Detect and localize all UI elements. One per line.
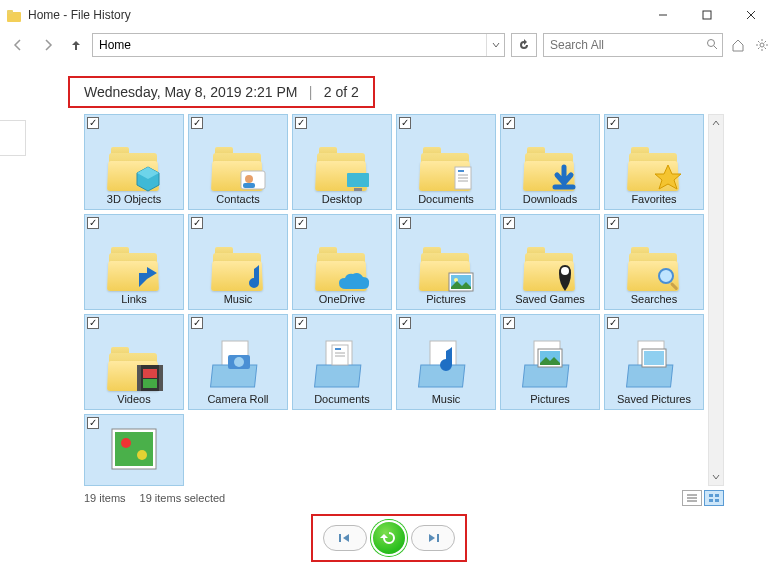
restore-button[interactable] bbox=[371, 520, 407, 556]
svg-point-25 bbox=[561, 267, 569, 275]
folder-item[interactable]: Music bbox=[188, 214, 288, 310]
svg-rect-64 bbox=[339, 534, 341, 542]
address-dropdown[interactable] bbox=[486, 34, 504, 56]
item-checkbox[interactable] bbox=[295, 317, 307, 329]
snapshot-position: 2 of 2 bbox=[324, 84, 359, 100]
item-label: Saved Games bbox=[515, 293, 585, 307]
previous-version-button[interactable] bbox=[323, 525, 367, 551]
item-label: Pictures bbox=[530, 393, 570, 407]
minimize-button[interactable] bbox=[641, 1, 685, 29]
picture-thumb-icon bbox=[102, 423, 166, 475]
item-checkbox[interactable] bbox=[87, 317, 99, 329]
item-checkbox[interactable] bbox=[399, 217, 411, 229]
view-details-button[interactable] bbox=[682, 490, 702, 506]
item-label: Videos bbox=[117, 393, 150, 407]
folder-3dobjects-icon bbox=[102, 127, 166, 191]
item-label: Documents bbox=[314, 393, 370, 407]
svg-rect-40 bbox=[335, 348, 341, 350]
svg-rect-54 bbox=[115, 432, 153, 466]
folder-desktop-icon bbox=[310, 127, 374, 191]
item-label: Favorites bbox=[631, 193, 676, 207]
item-label: Contacts bbox=[216, 193, 259, 207]
home-icon[interactable] bbox=[729, 36, 747, 54]
forward-button[interactable] bbox=[36, 33, 60, 57]
item-checkbox[interactable] bbox=[191, 217, 203, 229]
scroll-up-button[interactable] bbox=[709, 115, 723, 131]
item-checkbox[interactable] bbox=[607, 217, 619, 229]
item-checkbox[interactable] bbox=[295, 117, 307, 129]
folder-item[interactable]: Links bbox=[84, 214, 184, 310]
up-button[interactable] bbox=[66, 33, 86, 57]
address-bar[interactable] bbox=[92, 33, 505, 57]
item-count: 19 items bbox=[84, 492, 126, 504]
folder-item[interactable]: Music bbox=[396, 314, 496, 410]
svg-point-36 bbox=[234, 357, 244, 367]
items-grid: 3D Objects Contacts Desktop Documents Do… bbox=[84, 114, 706, 486]
close-button[interactable] bbox=[729, 1, 773, 29]
svg-rect-30 bbox=[159, 365, 163, 391]
folder-item[interactable]: Favorites bbox=[604, 114, 704, 210]
folder-item[interactable] bbox=[84, 414, 184, 486]
folder-item[interactable]: Camera Roll bbox=[188, 314, 288, 410]
folder-item[interactable]: Pictures bbox=[396, 214, 496, 310]
library-savedpictures-icon bbox=[622, 327, 686, 391]
next-version-button[interactable] bbox=[411, 525, 455, 551]
library-music-icon bbox=[414, 327, 478, 391]
svg-line-7 bbox=[714, 46, 717, 49]
folder-item[interactable]: OneDrive bbox=[292, 214, 392, 310]
folder-item[interactable]: Searches bbox=[604, 214, 704, 310]
svg-point-55 bbox=[121, 438, 131, 448]
address-input[interactable] bbox=[93, 34, 486, 56]
folder-item[interactable]: Downloads bbox=[500, 114, 600, 210]
item-checkbox[interactable] bbox=[87, 217, 99, 229]
item-checkbox[interactable] bbox=[503, 117, 515, 129]
svg-rect-32 bbox=[143, 379, 157, 388]
scrollbar[interactable] bbox=[708, 114, 724, 486]
folder-item[interactable]: Contacts bbox=[188, 114, 288, 210]
folder-item[interactable]: Pictures bbox=[500, 314, 600, 410]
folder-item[interactable]: Saved Pictures bbox=[604, 314, 704, 410]
folder-contacts-icon bbox=[206, 127, 270, 191]
item-label: Music bbox=[432, 393, 461, 407]
item-label: Camera Roll bbox=[207, 393, 268, 407]
search-input[interactable] bbox=[548, 37, 706, 53]
item-checkbox[interactable] bbox=[295, 217, 307, 229]
item-checkbox[interactable] bbox=[399, 317, 411, 329]
svg-rect-50 bbox=[627, 365, 673, 387]
item-label: Links bbox=[121, 293, 147, 307]
svg-point-6 bbox=[708, 39, 715, 46]
svg-rect-14 bbox=[347, 173, 369, 187]
item-checkbox[interactable] bbox=[607, 117, 619, 129]
item-label: Desktop bbox=[322, 193, 362, 207]
item-checkbox[interactable] bbox=[87, 117, 99, 129]
item-checkbox[interactable] bbox=[87, 417, 99, 429]
folder-item[interactable]: Videos bbox=[84, 314, 184, 410]
svg-rect-65 bbox=[437, 534, 439, 542]
folder-item[interactable]: Desktop bbox=[292, 114, 392, 210]
back-button[interactable] bbox=[6, 33, 30, 57]
svg-rect-38 bbox=[315, 365, 361, 387]
settings-icon[interactable] bbox=[753, 36, 771, 54]
scroll-down-button[interactable] bbox=[709, 469, 723, 485]
folder-item[interactable]: Documents bbox=[396, 114, 496, 210]
folder-music-icon bbox=[206, 227, 270, 291]
folder-item[interactable]: 3D Objects bbox=[84, 114, 184, 210]
folder-item[interactable]: Documents bbox=[292, 314, 392, 410]
item-checkbox[interactable] bbox=[191, 117, 203, 129]
library-documents-icon bbox=[310, 327, 374, 391]
refresh-button[interactable] bbox=[511, 33, 537, 57]
folder-documents-icon bbox=[414, 127, 478, 191]
navigation-bar bbox=[0, 30, 777, 60]
item-checkbox[interactable] bbox=[191, 317, 203, 329]
search-box[interactable] bbox=[543, 33, 723, 57]
maximize-button[interactable] bbox=[685, 1, 729, 29]
folder-links-icon bbox=[102, 227, 166, 291]
folder-item[interactable]: Saved Games bbox=[500, 214, 600, 310]
item-checkbox[interactable] bbox=[607, 317, 619, 329]
item-checkbox[interactable] bbox=[503, 317, 515, 329]
svg-rect-60 bbox=[709, 494, 713, 497]
item-checkbox[interactable] bbox=[503, 217, 515, 229]
view-large-icons-button[interactable] bbox=[704, 490, 724, 506]
item-label: Saved Pictures bbox=[617, 393, 691, 407]
item-checkbox[interactable] bbox=[399, 117, 411, 129]
